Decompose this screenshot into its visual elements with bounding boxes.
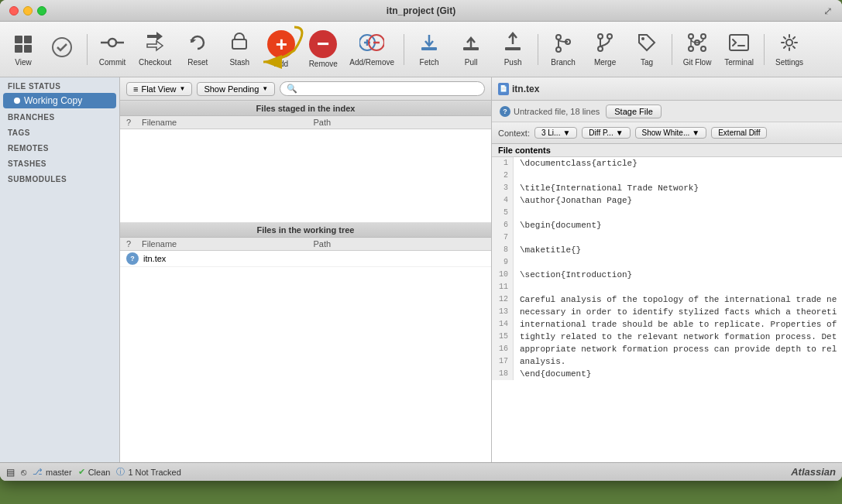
pull-label: Pull <box>465 58 478 67</box>
separator-4 <box>672 34 672 65</box>
show-white-chevron: ▼ <box>692 129 699 137</box>
traffic-lights <box>9 6 46 15</box>
show-pending-dropdown[interactable]: Show Pending ▼ <box>197 82 275 96</box>
branch-expand-icon[interactable]: ⎋ <box>21 467 26 478</box>
maximize-button[interactable] <box>37 6 46 15</box>
flat-view-dropdown[interactable]: ≡ Flat View ▼ <box>126 82 192 96</box>
line-content: \section{Introduction} <box>514 269 632 281</box>
not-tracked-label: 1 Not Tracked <box>128 468 180 477</box>
sidebar: FILE STATUS Working Copy BRANCHES TAGS R… <box>0 77 120 462</box>
list-item[interactable]: ? itn.tex <box>120 251 491 267</box>
diff-file-icon: 📄 <box>498 83 509 95</box>
context-value-btn[interactable]: 3 Li... ▼ <box>534 127 577 139</box>
add-remove-button[interactable]: Add/Remove <box>345 27 399 72</box>
expand-icon[interactable]: ⤢ <box>823 5 833 17</box>
working-tree-section-header: Files in the working tree <box>120 222 491 238</box>
line-number: 8 <box>492 244 514 256</box>
check-button[interactable] <box>42 27 82 72</box>
diff-line: 18\end{document} <box>492 368 842 380</box>
diff-line: 15tightly related to the relevant networ… <box>492 331 842 343</box>
pull-button[interactable]: Pull <box>451 27 491 72</box>
line-content <box>514 207 520 219</box>
separator-1 <box>87 34 88 65</box>
svg-rect-15 <box>421 47 437 50</box>
line-number: 10 <box>492 269 514 281</box>
merge-button[interactable]: Merge <box>585 27 625 72</box>
svg-point-26 <box>689 46 693 51</box>
tag-button[interactable]: Tag <box>627 27 667 72</box>
diff-p-btn[interactable]: Diff P... ▼ <box>582 127 630 139</box>
line-number: 17 <box>492 355 514 368</box>
tag-icon <box>636 32 658 57</box>
remove-button[interactable]: − Remove <box>303 27 343 72</box>
diff-panel: 📄 itn.tex ? Untracked file, 18 lines Sta… <box>492 77 842 462</box>
branch-button[interactable]: Branch <box>543 27 583 72</box>
branch-label: Branch <box>551 58 576 67</box>
commit-button[interactable]: Commit <box>92 27 132 72</box>
svg-rect-17 <box>505 47 521 50</box>
settings-icon <box>778 32 800 57</box>
settings-label: Settings <box>775 58 803 67</box>
search-icon: 🔍 <box>287 84 297 94</box>
file-status-icon: ? <box>126 252 139 265</box>
file-search-box[interactable]: 🔍 <box>280 81 485 96</box>
diff-content: 1\documentclass{article}23\title{Interna… <box>492 157 842 462</box>
wt-filename-col: Filename <box>142 239 314 249</box>
checkout-button[interactable]: Checkout <box>134 27 176 72</box>
git-flow-button[interactable]: Git Flow <box>677 27 717 72</box>
svg-rect-3 <box>24 45 32 53</box>
line-content <box>514 170 520 182</box>
brand-label: Atlassian <box>791 466 836 478</box>
git-flow-icon <box>686 32 708 57</box>
working-tree-list-header: ? Filename Path <box>120 238 491 251</box>
stash-icon <box>229 32 250 57</box>
line-number: 2 <box>492 170 514 182</box>
view-button[interactable]: View <box>6 27 40 72</box>
add-label: Add <box>274 60 288 68</box>
line-content: appropriate network formation process ca… <box>514 343 837 355</box>
check-icon <box>51 36 73 61</box>
diff-line: 6\begin{document} <box>492 219 842 231</box>
svg-rect-0 <box>15 36 22 43</box>
remotes-header: REMOTES <box>0 139 119 155</box>
commit-icon <box>101 32 124 57</box>
reset-label: Reset <box>187 58 208 67</box>
diff-filename-text: itn.tex <box>512 84 539 94</box>
settings-button[interactable]: Settings <box>769 27 809 72</box>
push-button[interactable]: Push <box>493 27 533 72</box>
diff-line: 10\section{Introduction} <box>492 269 842 281</box>
external-diff-btn[interactable]: External Diff <box>711 127 767 139</box>
remove-icon: − <box>309 30 337 58</box>
diff-line: 11 <box>492 281 842 293</box>
terminal-label: Terminal <box>724 58 754 67</box>
add-button[interactable]: + Add <box>261 27 301 72</box>
show-white-btn[interactable]: Show White... ▼ <box>635 127 707 139</box>
separator-5 <box>764 34 765 65</box>
context-value: 3 Li... <box>541 129 560 137</box>
sidebar-item-working-copy[interactable]: Working Copy <box>3 93 116 108</box>
svg-rect-2 <box>15 45 22 53</box>
stage-file-button[interactable]: Stage File <box>606 105 662 118</box>
show-pending-chevron: ▼ <box>262 85 268 92</box>
diff-line: 1\documentclass{article} <box>492 157 842 170</box>
file-contents-header: File contents <box>492 144 842 157</box>
main-layout: FILE STATUS Working Copy BRANCHES TAGS R… <box>0 77 842 462</box>
reset-button[interactable]: Reset <box>177 27 218 72</box>
diff-subheader: ? Untracked file, 18 lines Stage File <box>492 101 842 122</box>
line-content: tightly related to the relevant network … <box>514 331 837 343</box>
line-number: 13 <box>492 306 514 318</box>
wt-path-col: Path <box>314 239 486 249</box>
close-button[interactable] <box>9 6 19 15</box>
terminal-icon <box>728 32 750 57</box>
staged-section-header: Files staged in the index <box>120 101 491 116</box>
flat-view-icon: ≡ <box>133 84 138 94</box>
stash-button[interactable]: Stash <box>219 27 259 72</box>
terminal-button[interactable]: Terminal <box>719 27 759 72</box>
window-title: itn_project (Git) <box>387 5 455 16</box>
line-number: 9 <box>492 256 514 269</box>
minimize-button[interactable] <box>23 6 33 15</box>
sidebar-toggle-icon[interactable]: ▤ <box>6 467 15 478</box>
clean-status: ✔ Clean <box>78 467 111 477</box>
svg-point-25 <box>689 34 693 39</box>
fetch-button[interactable]: Fetch <box>409 27 449 72</box>
